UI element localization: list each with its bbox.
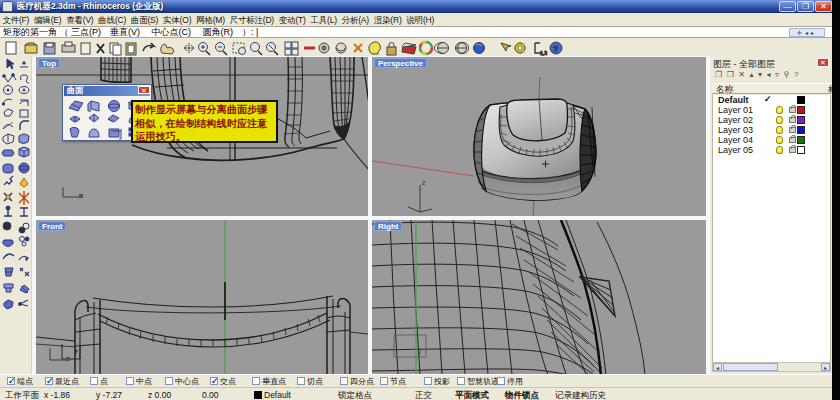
svg-text:?: ? [554, 44, 559, 53]
svg-text:y: y [418, 348, 422, 356]
svg-text:z: z [422, 179, 426, 186]
